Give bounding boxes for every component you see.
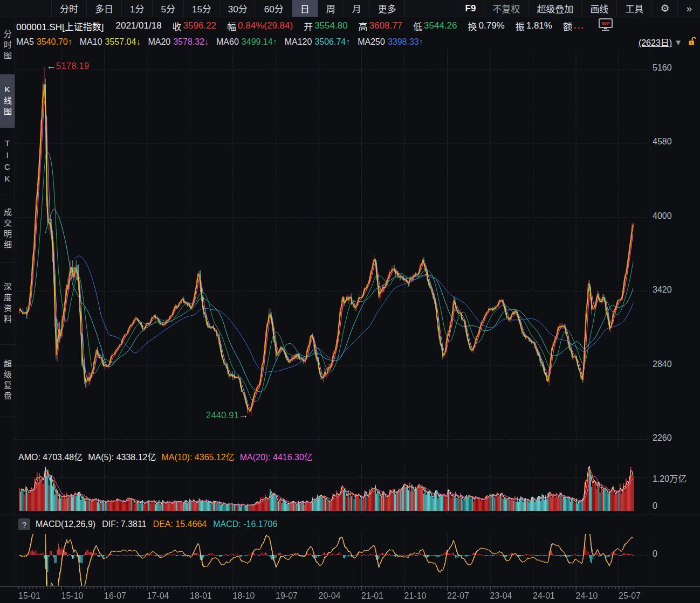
price-axis-tick: 2840 [653,359,672,369]
price-axis-tick: 4580 [653,137,672,147]
visible-bars-count[interactable]: (2623日) [639,36,672,48]
ma120-legend: MA1203506.74↑ [285,37,351,47]
turnover-field: 换0.79% [468,19,505,33]
super-overlay-button[interactable]: 超级叠加 [528,0,581,17]
sidebar-item-trade-detail[interactable]: 成交明细 [0,196,15,263]
amo-value: AMO: 4703.48亿 [18,450,83,463]
wp-monitor-icon[interactable]: WP [599,18,613,34]
macd-axis-tick: 0 [653,549,657,559]
tab-30min[interactable]: 30分 [220,0,256,17]
ma5-legend: MA53540.70↑ [16,37,72,47]
x-axis-label: 24-01 [533,591,555,601]
x-axis-label: 25-07 [619,591,641,601]
tab-timeshare[interactable]: 分时 [52,0,87,17]
x-axis-label: 19-07 [276,591,298,601]
open-field: 开3554.80 [304,19,347,33]
sidebar-item-tick[interactable]: TICK [0,128,15,196]
macd-params: MACD(12,26,9) [36,519,95,529]
x-axis-label: 24-10 [576,591,598,601]
tab-more-periods[interactable]: 更多 [370,0,405,17]
toolbar-right-group: F9 不复权 超级叠加 画线 工具 ⚙ » [457,0,700,17]
f9-button[interactable]: F9 [457,0,484,17]
tab-60min[interactable]: 60分 [256,0,292,17]
ma60-legend: MA603499.14↑ [216,37,277,47]
tab-multiday[interactable]: 多日 [87,0,122,17]
x-axis-label: 21-01 [361,591,383,601]
help-button[interactable]: ? [18,518,30,530]
macd-legend-bar: ? MACD(12,26,9) DIF: 7.3811 DEA: 15.4664… [18,516,644,532]
high-annotation: ←5178.19 [47,61,89,72]
sidebar-item-depth-info[interactable]: 深度资料 [0,263,15,345]
gear-icon[interactable]: ⚙ [651,0,677,17]
amo-legend-bar: AMO: 4703.48亿 MA(5): 4338.12亿 MA(10): 43… [18,448,644,465]
ma250-legend: MA2503398.33↑ [358,37,423,47]
price-axis-line [649,50,649,515]
view-sidebar: 分时图 K线图 TICK 成交明细 深度资料 超级复盘 [0,17,15,586]
x-axis-label: 18-01 [190,591,212,601]
period-count-group: (2623日) ▼ [639,36,700,48]
low-field: 低3544.26 [413,19,457,33]
high-field: 高3608.77 [359,19,402,33]
volume-axis-tick: 0 [653,501,657,511]
amo-ma20: MA(20): 4416.30亿 [240,450,313,463]
macd-chart-canvas[interactable] [15,533,649,586]
sidebar-item-super-replay[interactable]: 超级复盘 [0,345,15,417]
amount-field: 额... [563,19,587,33]
tab-daily[interactable]: 日 [292,0,318,17]
macd-value: MACD: -16.1706 [213,519,277,529]
change-field: 幅0.84%(29.84) [227,19,293,33]
x-axis-label: 15-10 [61,591,84,601]
unlock-icon[interactable] [688,37,697,48]
macd-dea: DEA: 15.4664 [153,519,207,529]
ma20-legend: MA203578.32↓ [148,37,209,47]
draw-line-button[interactable]: 画线 [581,0,616,17]
toolbar-spacer [0,0,52,17]
amo-ma5: MA(5): 4338.12亿 [88,450,156,463]
period-toolbar: 分时 多日 1分 5分 15分 30分 60分 日 周 月 更多 F9 不复权 … [0,0,700,17]
adjust-mode-button[interactable]: 不复权 [484,0,528,17]
quote-date: 2021/01/18 [116,20,162,31]
macd-dif: DIF: 7.3811 [102,519,146,529]
tab-1min[interactable]: 1分 [122,0,153,17]
symbol-name[interactable]: 000001.SH[上证指数] [16,19,104,33]
volume-axis-tick: 1.20万亿 [653,472,687,484]
tab-monthly[interactable]: 月 [344,0,370,17]
sidebar-item-timeshare-chart[interactable]: 分时图 [0,17,15,74]
amo-ma10: MA(10): 4365.12亿 [161,450,234,463]
tab-5min[interactable]: 5分 [153,0,183,17]
price-axis-tick: 4000 [653,211,672,221]
tools-button[interactable]: 工具 [616,0,651,17]
price-chart-canvas[interactable] [15,50,649,448]
x-axis-label: 20-04 [319,591,341,601]
x-axis-label: 15-01 [18,591,40,601]
amplitude-field: 振1.81% [516,19,552,33]
close-field: 收3596.22 [173,19,216,33]
chevron-down-icon[interactable]: ▼ [674,38,682,47]
ma-legend-bar: MA53540.70↑ MA103557.04↓ MA203578.32↓ MA… [16,34,700,50]
svg-text:WP: WP [602,21,610,26]
price-axis-tick: 2260 [653,433,672,443]
x-axis-label: 17-04 [147,591,169,601]
x-axis-label: 18-10 [233,591,255,601]
price-axis-tick: 5160 [653,63,672,73]
tab-weekly[interactable]: 周 [318,0,344,17]
x-axis-label: 21-10 [404,591,427,601]
x-axis-separator [0,586,700,587]
tab-15min[interactable]: 15分 [184,0,220,17]
x-axis-label: 23-04 [490,591,512,601]
volume-chart-canvas[interactable] [15,465,649,515]
x-axis-label: 22-07 [447,591,469,601]
x-axis-label: 16-07 [104,591,126,601]
stock-app-window: 分时 多日 1分 5分 15分 30分 60分 日 周 月 更多 F9 不复权 … [0,0,700,603]
double-chevron-icon[interactable]: » [677,0,700,17]
quote-info-bar: 000001.SH[上证指数] 2021/01/18 收3596.22 幅0.8… [16,17,700,34]
price-axis-tick: 3420 [653,285,672,295]
pane-separator [0,515,700,515]
macd-axis-line [649,533,649,586]
ma10-legend: MA103557.04↓ [80,37,141,47]
low-annotation: 2440.91→ [206,410,248,421]
sidebar-item-kline-chart[interactable]: K线图 [0,74,15,128]
